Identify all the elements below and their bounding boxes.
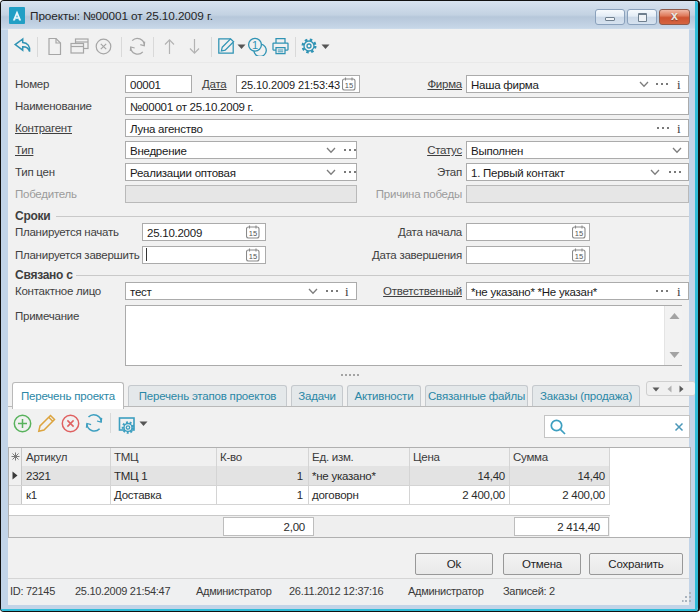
svg-text:15: 15 [575, 229, 583, 238]
svg-text:15: 15 [249, 252, 257, 261]
svg-text:15: 15 [249, 229, 257, 238]
svg-text:15: 15 [575, 252, 583, 261]
svg-text:1: 1 [252, 39, 258, 51]
